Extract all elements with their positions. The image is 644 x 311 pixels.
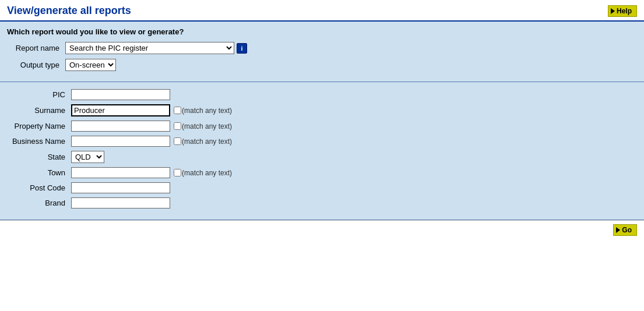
brand-label: Brand: [7, 199, 71, 207]
state-label: State: [7, 153, 71, 161]
postcode-label: Post Code: [7, 183, 71, 192]
property-name-input[interactable]: [71, 121, 170, 132]
brand-input[interactable]: [71, 197, 170, 208]
surname-match-check: (match any text): [174, 107, 232, 115]
town-label: Town: [7, 168, 71, 177]
output-type-select[interactable]: On-screen: [65, 59, 116, 71]
property-match-checkbox[interactable]: [174, 122, 181, 130]
go-button[interactable]: Go: [613, 224, 637, 236]
pic-row: PIC: [7, 89, 637, 100]
go-arrow-icon: [616, 227, 620, 233]
go-button-label: Go: [622, 226, 632, 234]
business-name-label: Business Name: [7, 137, 71, 146]
surname-match-label: (match any text): [182, 107, 232, 115]
info-icon[interactable]: i: [237, 43, 247, 54]
section-question: Which report would you like to view or g…: [7, 27, 637, 36]
pic-input[interactable]: [71, 89, 170, 100]
output-type-label: Output type: [7, 61, 65, 69]
page-header: View/generate all reports Help: [0, 0, 644, 22]
top-section: Which report would you like to view or g…: [0, 22, 644, 82]
state-row: State QLD NSW VIC SA WA TAS NT ACT: [7, 151, 637, 163]
town-match-checkbox[interactable]: [174, 169, 181, 176]
town-match-label: (match any text): [182, 169, 232, 177]
report-name-select[interactable]: Search the PIC register: [65, 42, 234, 54]
town-row: Town (match any text): [7, 167, 637, 178]
brand-row: Brand: [7, 197, 637, 208]
surname-row: Surname (match any text): [7, 104, 637, 116]
town-input[interactable]: [71, 167, 170, 178]
property-match-label: (match any text): [182, 122, 232, 130]
business-name-input[interactable]: [71, 136, 170, 147]
form-section: PIC Surname (match any text) Property Na…: [0, 82, 644, 220]
property-name-label: Property Name: [7, 122, 71, 130]
help-button-label: Help: [617, 7, 632, 15]
postcode-row: Post Code: [7, 182, 637, 193]
report-name-row: Report name Search the PIC register i: [7, 42, 637, 54]
main-content: Which report would you like to view or g…: [0, 22, 644, 220]
property-name-row: Property Name (match any text): [7, 121, 637, 132]
output-type-row: Output type On-screen: [7, 59, 637, 71]
help-arrow-icon: [611, 8, 615, 14]
property-match-check: (match any text): [174, 122, 232, 130]
state-select[interactable]: QLD NSW VIC SA WA TAS NT ACT: [71, 151, 104, 163]
business-match-check: (match any text): [174, 137, 232, 146]
pic-label: PIC: [7, 90, 71, 99]
town-match-check: (match any text): [174, 169, 232, 177]
business-match-checkbox[interactable]: [174, 137, 181, 145]
surname-match-checkbox[interactable]: [174, 107, 181, 114]
surname-input[interactable]: [71, 104, 170, 116]
report-name-label: Report name: [7, 44, 65, 52]
business-match-label: (match any text): [182, 137, 232, 146]
help-button[interactable]: Help: [608, 5, 637, 17]
business-name-row: Business Name (match any text): [7, 136, 637, 147]
footer: Go: [0, 220, 644, 239]
surname-label: Surname: [7, 106, 71, 115]
postcode-input[interactable]: [71, 182, 170, 193]
page-title: View/generate all reports: [7, 5, 131, 17]
